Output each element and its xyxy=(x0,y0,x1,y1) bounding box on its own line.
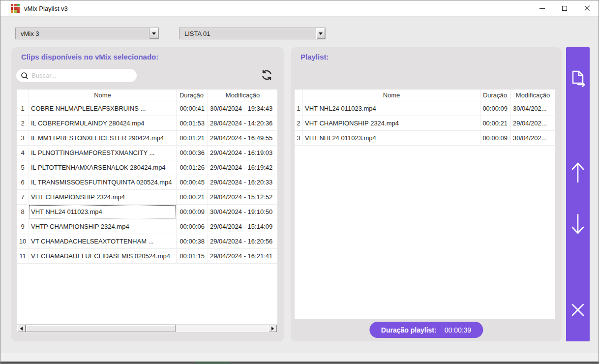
move-down-button[interactable] xyxy=(566,211,590,238)
cell-num: 2 xyxy=(295,116,302,130)
minimize-icon xyxy=(539,8,545,9)
playlist-panel: Playlist: Nome Duração Modificação 1 VHT… xyxy=(291,47,562,341)
vmix-select[interactable]: vMix 3 xyxy=(15,28,159,39)
close-button[interactable] xyxy=(576,0,599,16)
scrollbar-thumb[interactable] xyxy=(26,325,176,332)
minimize-button[interactable] xyxy=(531,0,553,16)
search-input[interactable] xyxy=(31,72,125,79)
cell-modified: 29/04/2024 - 16:21:41 xyxy=(208,249,277,263)
scroll-right-button[interactable] xyxy=(269,325,277,332)
cell-duration: 00:00:41 xyxy=(176,101,208,116)
cell-modified: 29/04/2024 - 16:19:03 xyxy=(208,146,277,160)
triangle-left-icon xyxy=(20,327,23,331)
header-name[interactable]: Nome xyxy=(29,90,176,101)
cell-name: VHT CHAMPIONSHIP 2324.mp4 xyxy=(29,190,176,204)
cell-name: IL MM1TPRESTONXLEICESTER 290424.mp4 xyxy=(29,131,176,145)
header-modified[interactable]: Modificação xyxy=(510,90,555,101)
cell-duration: 00:01:15 xyxy=(176,249,208,263)
header-duration[interactable]: Duração xyxy=(176,90,208,101)
window-controls xyxy=(531,0,599,16)
playlist-duration-value: 00:00:39 xyxy=(445,326,472,334)
table-row[interactable]: 11 VT CHAMADAUELUECLIDASEMIS 020524.mp4 … xyxy=(17,249,277,264)
playlist-duration-badge: Duração playlist: 00:00:39 xyxy=(369,322,483,338)
table-row[interactable]: 6 IL TRANSMISSOESFUTINTQUINTA 020524.mp4… xyxy=(17,175,277,190)
cell-modified: 30/04/2024 - 19:10:50 xyxy=(208,205,277,219)
cell-num: 10 xyxy=(17,234,29,248)
cell-name: IL COBREFORMULAINDY 280424.mp4 xyxy=(29,116,176,130)
cell-name: IL TRANSMISSOESFUTINTQUINTA 020524.mp4 xyxy=(29,175,176,189)
cell-num: 3 xyxy=(17,131,29,145)
cell-num: 2 xyxy=(17,116,29,130)
cell-num: 7 xyxy=(17,190,29,204)
playlist-select[interactable]: LISTA 01 xyxy=(179,28,326,39)
header-num xyxy=(295,90,302,101)
cell-modified: 30/04/2024 - 19:34:43 xyxy=(208,101,277,116)
maximize-icon xyxy=(562,6,567,11)
horizontal-scrollbar[interactable] xyxy=(17,324,277,333)
move-up-button[interactable] xyxy=(566,159,590,185)
cell-name: VHT NHL24 011023.mp4 xyxy=(302,131,480,145)
playlist-row[interactable]: 2 VHT CHAMPIONSHIP 2324.mp4 00:00:21 29/… xyxy=(295,116,555,131)
playlist-table: Nome Duração Modificação 1 VHT NHL24 011… xyxy=(295,90,555,319)
cell-num: 1 xyxy=(295,101,302,116)
cell-duration: 00:00:38 xyxy=(176,234,208,248)
table-row[interactable]: 4 IL PLNOTTINGHAMFORESTXMANCITY ... 00:0… xyxy=(17,146,277,160)
cell-duration: 00:00:09 xyxy=(480,101,510,116)
cell-duration: 00:01:21 xyxy=(176,131,208,145)
cell-name-focused: VHT NHL24 011023.mp4 xyxy=(29,205,176,219)
table-row[interactable]: 10 VT CHAMADACHELSEAXTOTTENHAM ... 00:00… xyxy=(17,234,277,249)
clips-table: Nome Duração Modificação 1 COBRE NHLMAPL… xyxy=(17,90,277,324)
x-mark-icon xyxy=(569,302,586,318)
add-to-playlist-button[interactable] xyxy=(566,66,590,92)
playlist-row[interactable]: 1 VHT NHL24 011023.mp4 00:00:09 30/04/20… xyxy=(295,101,555,116)
remove-item-button[interactable] xyxy=(566,298,590,322)
cell-num: 5 xyxy=(17,160,29,175)
cell-modified: 29/04/2024 - 15:12:52 xyxy=(208,190,277,204)
cell-modified: 29/04/2024 - 16:20:33 xyxy=(208,175,277,189)
arrow-down-icon xyxy=(569,212,586,236)
cell-modified: 29/04/2024 - 15:14:09 xyxy=(208,219,277,234)
table-row-selected[interactable]: 8 VHT NHL24 011023.mp4 00:00:09 30/04/20… xyxy=(17,205,277,219)
arrow-up-icon xyxy=(569,160,586,184)
cell-modified: 30/04/202... xyxy=(510,101,555,116)
scroll-left-button[interactable] xyxy=(17,325,26,332)
maximize-button[interactable] xyxy=(553,0,576,16)
clips-panel-title: Clips disponíveis no vMix selecionado: xyxy=(21,53,158,61)
refresh-button[interactable] xyxy=(259,67,274,82)
playlist-row[interactable]: 3 VHT NHL24 011023.mp4 00:00:09 30/04/20… xyxy=(295,131,555,146)
chevron-down-icon xyxy=(152,32,156,35)
chevron-down-icon xyxy=(319,32,323,35)
table-row[interactable]: 1 COBRE NHLMAPLELEAFSXBRUINS ... 00:00:4… xyxy=(17,101,277,116)
header-duration[interactable]: Duração xyxy=(480,90,510,101)
table-row[interactable]: 2 IL COBREFORMULAINDY 280424.mp4 00:01:5… xyxy=(17,116,277,131)
cell-duration: 00:00:45 xyxy=(176,175,208,189)
header-modified[interactable]: Modificação xyxy=(208,90,277,101)
file-export-icon xyxy=(569,69,587,89)
action-bar xyxy=(566,47,590,341)
search-box[interactable] xyxy=(16,69,137,82)
bottom-strip xyxy=(0,353,599,362)
cell-modified: 30/04/202... xyxy=(510,131,555,145)
bottom-edge xyxy=(0,362,599,364)
cell-num: 6 xyxy=(17,175,29,189)
table-row[interactable]: 3 IL MM1TPRESTONXLEICESTER 290424.mp4 00… xyxy=(17,131,277,146)
title-bar: vMix Playlist v3 xyxy=(0,0,599,17)
cell-name: VHT CHAMPIONSHIP 2324.mp4 xyxy=(302,116,480,130)
table-row[interactable]: 7 VHT CHAMPIONSHIP 2324.mp4 00:00:21 29/… xyxy=(17,190,277,205)
playlist-panel-title: Playlist: xyxy=(300,53,329,61)
search-icon xyxy=(21,72,29,80)
cell-modified: 29/04/2024 - 16:19:42 xyxy=(208,160,277,175)
cell-duration: 00:00:21 xyxy=(480,116,510,130)
vmix-select-dropdown-button[interactable] xyxy=(149,28,158,39)
header-num xyxy=(17,90,29,101)
header-name[interactable]: Nome xyxy=(302,90,480,101)
table-row[interactable]: 5 IL PLTOTTENHAMXARSENALOK 280424.mp4 00… xyxy=(17,160,277,175)
playlist-select-value: LISTA 01 xyxy=(180,30,316,37)
cell-num: 4 xyxy=(17,146,29,160)
cell-name: VHT NHL24 011023.mp4 xyxy=(302,101,480,116)
table-row[interactable]: 9 VHTP CHAMPIONSHIP 2324.mp4 00:00:06 29… xyxy=(17,219,277,234)
playlist-select-dropdown-button[interactable] xyxy=(316,28,325,39)
cell-name: VT CHAMADACHELSEAXTOTTENHAM ... xyxy=(29,234,176,248)
cell-duration: 00:00:36 xyxy=(176,146,208,160)
vmix-select-value: vMix 3 xyxy=(16,30,149,37)
